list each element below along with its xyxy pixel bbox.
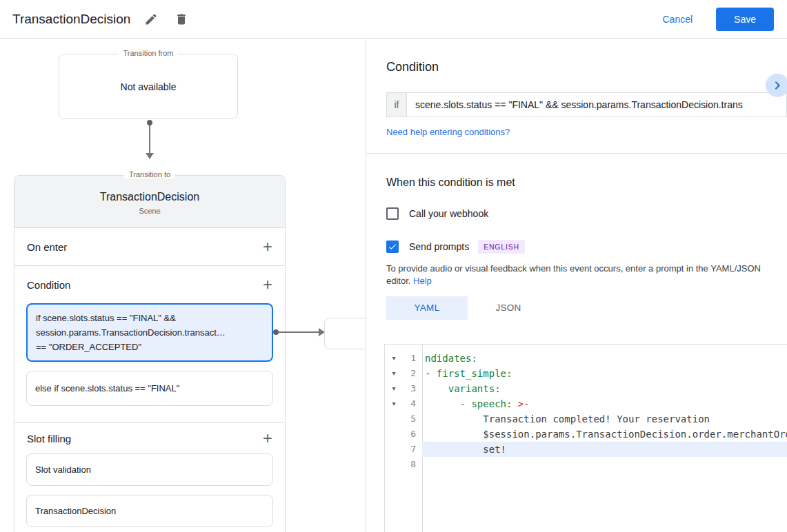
line-number: 5: [403, 411, 422, 427]
add-condition-icon[interactable]: +: [263, 278, 272, 291]
fold-spacer: [385, 411, 403, 427]
slot-filling-header-row: Slot filling +: [14, 423, 285, 453]
code-line[interactable]: variants:: [422, 381, 787, 396]
scene-card-header: TransactionDecision Scene: [14, 176, 285, 228]
editor-line: 6 $session.params.TransactionDecision.or…: [385, 427, 787, 442]
condition-section: Condition + if scene.slots.status == "FI…: [14, 266, 285, 423]
topbar-left: TransactionDecision: [12, 10, 191, 29]
code-line[interactable]: Transaction completed! Your reservation: [422, 411, 787, 427]
language-badge: ENGLISH: [478, 240, 525, 254]
condition-section-label: Condition: [27, 279, 70, 291]
code-token: set!: [425, 444, 506, 455]
webhook-row: Call your webhook: [386, 207, 787, 220]
delete-button[interactable]: [172, 10, 191, 29]
connector-dot: [147, 120, 152, 125]
fold-arrow-icon[interactable]: ▾: [385, 366, 403, 381]
code-line[interactable]: set!: [422, 442, 787, 457]
checkmark-icon: [388, 242, 397, 252]
trash-icon: [175, 12, 188, 26]
code-line[interactable]: - first_simple:: [422, 366, 787, 381]
scene-canvas[interactable]: Transition from Not available Transition…: [0, 39, 366, 532]
line-number: 4: [403, 396, 422, 411]
panel-divider: [366, 153, 787, 154]
send-prompts-checkbox[interactable]: [386, 241, 399, 253]
editor-line: ▾3 variants:: [385, 381, 787, 396]
when-condition-met-title: When this condition is met: [386, 176, 787, 190]
line-number: 8: [403, 457, 422, 472]
code-token: - speech:: [425, 398, 518, 409]
next-scene-box[interactable]: [324, 318, 366, 349]
help-link[interactable]: Help: [413, 276, 432, 286]
save-button[interactable]: Save: [716, 8, 774, 31]
condition-panel-content: Condition if Need help entering conditio…: [366, 59, 787, 532]
editor-tabs: YAML JSON: [386, 296, 787, 320]
add-slot-icon[interactable]: +: [263, 431, 272, 445]
send-prompts-row: Send prompts ENGLISH: [386, 240, 787, 254]
call-webhook-label: Call your webhook: [409, 208, 488, 219]
page-title: TransactionDecision: [12, 12, 130, 27]
transition-from-box: Transition from Not available: [59, 54, 238, 119]
on-enter-label: On enter: [27, 241, 67, 253]
if-prefix-label: if: [386, 92, 407, 117]
on-enter-row: On enter +: [14, 228, 285, 266]
code-token: >-: [518, 398, 530, 409]
transition-to-label: Transition to: [124, 170, 175, 178]
transition-from-content: Not available: [121, 81, 177, 92]
pencil-icon: [144, 12, 158, 26]
code-token: ndidates:: [425, 353, 477, 364]
prompt-description: To provide audio or visual feedback when…: [386, 263, 787, 287]
line-number: 6: [403, 427, 422, 442]
slot-item-transaction-decision[interactable]: TransactionDecision: [26, 495, 273, 527]
topbar-right: Cancel Save: [662, 8, 774, 31]
fold-spacer: [385, 442, 403, 457]
condition-item-else[interactable]: else if scene.slots.status == "FINAL": [26, 371, 273, 406]
condition-help-link[interactable]: Need help entering conditions?: [386, 127, 510, 137]
panel-title: Condition: [386, 59, 787, 74]
condition-line: if scene.slots.status == "FINAL" &&: [36, 311, 263, 325]
slot-filling-section: Slot filling + Slot validation Transacti…: [14, 423, 285, 527]
scene-card[interactable]: Transition to TransactionDecision Scene …: [14, 175, 286, 532]
yaml-editor[interactable]: ▾1ndidates:▾2- first_simple:▾3 variants:…: [384, 344, 787, 532]
editor-line: 8: [385, 457, 787, 472]
condition-item-selected[interactable]: if scene.slots.status == "FINAL" && sess…: [26, 303, 273, 362]
editor-line: 5 Transaction completed! Your reservatio…: [385, 411, 787, 427]
add-on-enter-icon[interactable]: +: [263, 240, 272, 254]
edit-button[interactable]: [141, 10, 161, 29]
tab-json[interactable]: JSON: [468, 296, 549, 320]
code-line[interactable]: - speech: >-: [422, 396, 787, 411]
condition-line: else if scene.slots.status == "FINAL": [35, 381, 264, 396]
code-token: Transaction completed! Your reservation: [425, 413, 710, 424]
fold-arrow-icon[interactable]: ▾: [385, 381, 403, 396]
code-line[interactable]: [422, 457, 787, 472]
editor-line: 7 set!: [385, 442, 787, 457]
fold-spacer: [385, 457, 403, 472]
editor-line: ▾2- first_simple:: [385, 366, 787, 381]
yaml-editor-lines: ▾1ndidates:▾2- first_simple:▾3 variants:…: [385, 351, 787, 472]
code-line[interactable]: ndidates:: [422, 351, 787, 366]
arrowhead-down-icon: [146, 153, 154, 159]
connector-dot: [273, 329, 279, 335]
code-token: - first_simple:: [425, 368, 512, 379]
condition-header-row: Condition +: [14, 266, 285, 303]
tab-yaml[interactable]: YAML: [386, 296, 468, 320]
chevron-right-icon: [769, 77, 786, 94]
code-token: variants:: [425, 383, 501, 394]
collapse-panel-button[interactable]: [766, 74, 787, 97]
scene-type: Scene: [14, 207, 285, 215]
condition-line: == "ORDER_ACCEPTED": [36, 340, 263, 354]
line-number: 2: [403, 366, 422, 381]
code-line[interactable]: $session.params.TransactionDecision.orde…: [422, 427, 787, 442]
line-number: 7: [403, 442, 422, 457]
line-number: 1: [403, 351, 422, 366]
condition-line: session.params.TransactionDecision.trans…: [36, 325, 263, 340]
connector-line-down: [149, 125, 150, 154]
condition-panel: Condition if Need help entering conditio…: [366, 39, 787, 532]
condition-expression-input[interactable]: [406, 92, 787, 117]
transition-from-label: Transition from: [119, 49, 179, 57]
slot-item-validation[interactable]: Slot validation: [26, 453, 273, 486]
fold-arrow-icon[interactable]: ▾: [385, 351, 403, 366]
fold-arrow-icon[interactable]: ▾: [385, 396, 403, 411]
call-webhook-checkbox[interactable]: [386, 207, 399, 220]
line-number: 3: [403, 381, 422, 396]
cancel-button[interactable]: Cancel: [662, 14, 693, 25]
